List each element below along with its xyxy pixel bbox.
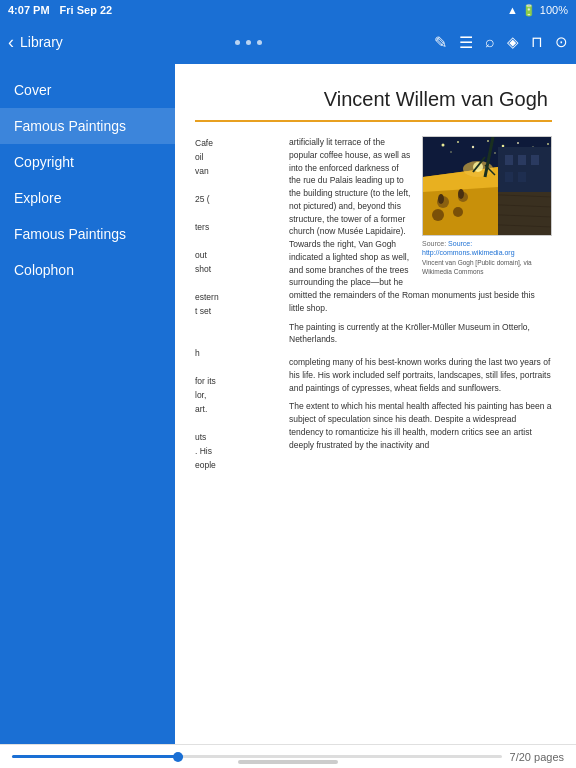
- svg-point-5: [502, 145, 505, 148]
- back-arrow-icon: ‹: [8, 32, 14, 53]
- page-count: 7/20 pages: [510, 751, 564, 763]
- search-icon[interactable]: ⌕: [485, 33, 495, 51]
- bookmark-icon[interactable]: ⊓: [531, 33, 543, 51]
- sidebar: Cover Famous Paintings Copyright Explore…: [0, 64, 175, 744]
- paragraph-museum: The painting is currently at the Kröller…: [289, 321, 552, 347]
- svg-rect-13: [505, 155, 513, 165]
- image-caption-source: Source: Source: http://commons.wikimedia…: [422, 239, 552, 257]
- svg-point-6: [517, 142, 519, 144]
- dot-2: [246, 40, 251, 45]
- svg-rect-17: [518, 172, 526, 182]
- sidebar-item-colophon[interactable]: Colophon: [0, 252, 175, 288]
- progress-thumb: [173, 752, 183, 762]
- right-column: Source: Source: http://commons.wikimedia…: [289, 136, 552, 472]
- svg-point-27: [432, 209, 444, 221]
- settings-icon[interactable]: ⊙: [555, 33, 568, 51]
- image-caption-credit: Vincent van Gogh [Public domain], via Wi…: [422, 259, 552, 276]
- svg-point-32: [458, 189, 464, 199]
- dot-3: [257, 40, 262, 45]
- status-left: 4:07 PM Fri Sep 22: [8, 4, 112, 16]
- svg-point-9: [450, 151, 452, 153]
- svg-point-2: [457, 141, 459, 143]
- svg-point-3: [472, 146, 474, 148]
- progress-fill: [12, 755, 183, 758]
- svg-rect-15: [531, 155, 539, 165]
- back-button-label[interactable]: Library: [20, 34, 63, 50]
- audio-icon[interactable]: ◈: [507, 33, 519, 51]
- left-col-text: Cafeoilvan25 (tersoutshotesternt sethfor…: [195, 136, 275, 472]
- svg-point-31: [438, 194, 444, 204]
- sidebar-item-copyright[interactable]: Copyright: [0, 144, 175, 180]
- status-right: ▲ 🔋 100%: [507, 4, 568, 17]
- sidebar-item-famous-paintings-1[interactable]: Famous Paintings: [0, 108, 175, 144]
- paragraph-4: The extent to which his mental health af…: [289, 400, 552, 451]
- battery-percent: 100%: [540, 4, 568, 16]
- svg-rect-16: [505, 172, 513, 182]
- paragraph-3: completing many of his best-known works …: [289, 356, 552, 394]
- content-area: Vincent Willem van Gogh Cafeoilvan25 (te…: [175, 64, 576, 744]
- toolbar: ‹ Library ✎ ☰ ⌕ ◈ ⊓ ⊙: [0, 20, 576, 64]
- caption-source-label: Source:: [422, 240, 448, 247]
- battery-icon: 🔋: [522, 4, 536, 17]
- toolbar-left[interactable]: ‹ Library: [8, 32, 63, 53]
- progress-track[interactable]: [12, 755, 502, 758]
- page-columns: Cafeoilvan25 (tersoutshotesternt sethfor…: [195, 136, 552, 472]
- bottom-bar: 7/20 pages: [0, 744, 576, 768]
- toolbar-right: ✎ ☰ ⌕ ◈ ⊓ ⊙: [434, 33, 568, 52]
- toolbar-center-dots: [235, 40, 262, 45]
- svg-point-28: [453, 207, 463, 217]
- sidebar-item-famous-paintings-2[interactable]: Famous Paintings: [0, 216, 175, 252]
- home-indicator: [238, 760, 338, 764]
- svg-point-1: [442, 144, 445, 147]
- left-column: Cafeoilvan25 (tersoutshotesternt sethfor…: [195, 136, 275, 472]
- svg-point-8: [547, 143, 549, 145]
- svg-rect-14: [518, 155, 526, 165]
- dot-1: [235, 40, 240, 45]
- status-date: Fri Sep 22: [60, 4, 113, 16]
- sidebar-item-cover[interactable]: Cover: [0, 72, 175, 108]
- painting-image: [422, 136, 552, 236]
- painting-image-container: Source: Source: http://commons.wikimedia…: [422, 136, 552, 276]
- chapter-title: Vincent Willem van Gogh: [195, 84, 552, 114]
- wifi-icon: ▲: [507, 4, 518, 16]
- sidebar-item-explore[interactable]: Explore: [0, 180, 175, 216]
- main-layout: Cover Famous Paintings Copyright Explore…: [0, 64, 576, 744]
- status-time: 4:07 PM: [8, 4, 50, 16]
- edit-icon[interactable]: ✎: [434, 33, 447, 52]
- chapter-divider: [195, 120, 552, 122]
- status-bar: 4:07 PM Fri Sep 22 ▲ 🔋 100%: [0, 0, 576, 20]
- book-page: Vincent Willem van Gogh Cafeoilvan25 (te…: [175, 64, 576, 744]
- svg-point-4: [487, 140, 489, 142]
- list-icon[interactable]: ☰: [459, 33, 473, 52]
- svg-point-10: [494, 152, 496, 154]
